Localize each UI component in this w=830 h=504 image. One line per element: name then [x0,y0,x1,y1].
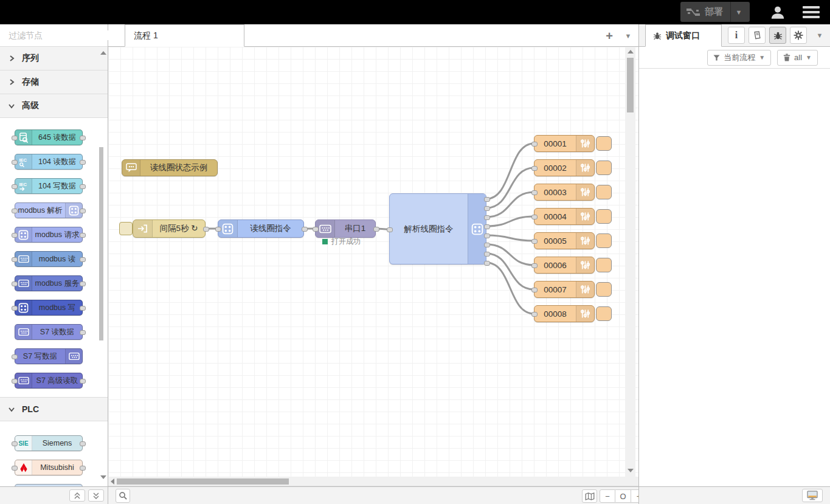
flow-list-caret-icon[interactable]: ▼ [621,27,635,44]
modbus-grid-icon [468,194,486,264]
serial-input-port[interactable] [313,227,319,232]
deploy-caret-icon[interactable]: ▼ [731,9,747,16]
parser-output-port[interactable] [484,197,490,202]
palette-node-s7-read[interactable]: S7 读数据 [15,324,83,340]
parser-output-port[interactable] [484,252,490,257]
debug-input-port[interactable] [531,215,538,219]
parser-output-port[interactable] [484,261,490,266]
flow-tab[interactable]: 流程 1 [125,24,244,47]
palette-node-modbus-write[interactable]: modbus 写 [15,300,83,316]
canvas-vscroll-thumb[interactable] [627,58,634,112]
zoom-out-button[interactable]: − [600,489,615,503]
debug-clear-button[interactable]: all ▼ [777,50,818,66]
inject-output-port[interactable] [203,227,209,232]
scroll-up-icon[interactable] [628,50,634,54]
palette-node-s7-advanced-read[interactable]: S7 高级读取 [15,373,83,388]
parser-node[interactable]: 解析线圈指令 [389,193,486,264]
scroll-down-icon[interactable] [628,469,634,472]
expand-all-button[interactable] [88,489,104,502]
debug-input-port[interactable] [531,239,538,244]
debug-messages-area[interactable] [639,69,830,469]
debug-toggle-button[interactable] [596,233,612,248]
debug-toggle-button[interactable] [596,185,612,199]
category-sequence[interactable]: 序列 [0,47,108,71]
parser-output-port[interactable] [484,243,490,247]
palette-node-104-write[interactable]: IEC 104 写数据 [15,178,83,194]
collapse-all-button[interactable] [69,489,85,502]
help-tab-button[interactable] [749,27,766,44]
debug-node[interactable]: 00001 [534,135,595,152]
debug-node[interactable]: 00007 [534,281,595,298]
command-node[interactable]: 读线圈指令 [218,219,304,238]
palette-node-modbus-parse[interactable]: modbus 解析 [15,202,83,218]
config-tab-button[interactable] [790,27,807,44]
debug-input-port[interactable] [531,142,538,147]
debug-tab-button[interactable] [769,27,786,44]
serial-output-port[interactable] [373,227,379,232]
debug-node[interactable]: 00005 [534,232,595,249]
scroll-left-icon[interactable] [111,478,114,485]
zoom-reset-button[interactable]: O [615,489,631,503]
palette-node-mitsubishi[interactable]: Mitsubishi [15,460,83,475]
debug-window-tab[interactable]: 调试窗口 [645,24,722,47]
palette-node-104-read[interactable]: IEC 104 读数据 [15,154,83,170]
palette-search-input[interactable] [9,30,119,40]
comment-node[interactable]: 读线圈状态示例 [122,159,218,176]
palette-node-modbus-server[interactable]: modbus 服务 [15,275,83,291]
debug-toggle-button[interactable] [596,209,612,224]
debug-toggle-button[interactable] [596,258,612,272]
debug-toggle-button[interactable] [596,282,612,297]
palette-node-siemens[interactable]: SIE Siemens [15,435,83,451]
debug-input-port[interactable] [531,190,538,195]
canvas-vertical-scrollbar[interactable] [625,47,635,477]
debug-node[interactable]: 00006 [534,257,595,274]
inject-button[interactable] [119,222,133,235]
parser-output-port[interactable] [484,233,490,238]
debug-toggle-button[interactable] [596,306,612,321]
add-flow-button[interactable]: + [601,27,618,44]
canvas-hscroll-thumb[interactable] [117,478,289,485]
inject-node[interactable]: 间隔5秒 ↻ [133,219,206,238]
user-button[interactable] [767,2,788,22]
palette-scroll-up-icon[interactable] [100,51,106,55]
parser-output-port[interactable] [484,224,490,229]
command-input-port[interactable] [215,227,221,232]
palette-node-modbus-read[interactable]: modbus 读 [15,251,83,267]
open-console-button[interactable] [802,489,823,502]
category-plc[interactable]: PLC [0,398,108,421]
parser-output-port[interactable] [484,206,490,211]
deploy-button[interactable]: 部署 ▼ [680,2,750,22]
debug-node[interactable]: 00002 [534,159,595,176]
map-icon [585,492,595,501]
debug-node[interactable]: 00008 [534,305,595,322]
category-advanced[interactable]: 高级 [0,94,108,118]
debug-node[interactable]: 00003 [534,184,595,201]
parser-input-port[interactable] [387,227,393,232]
navigator-button[interactable] [582,489,597,503]
debug-input-port[interactable] [531,263,538,268]
category-storage[interactable]: 存储 [0,71,108,94]
palette-scrollbar-thumb[interactable] [99,147,103,340]
canvas-horizontal-scrollbar[interactable] [108,477,638,486]
debug-node[interactable]: 00004 [534,208,595,225]
palette-node-modbus-request[interactable]: modbus 请求 [15,227,83,243]
debug-input-port[interactable] [531,288,538,292]
palette-scroll-down-icon[interactable] [100,475,106,479]
main-menu-button[interactable] [803,5,822,19]
chevron-down-icon [9,103,15,109]
debug-toggle-button[interactable] [596,161,612,175]
palette-node-645-read[interactable]: 645 读数据 [15,129,83,145]
parser-output-port[interactable] [484,215,490,220]
sidebar-tabs-caret-icon[interactable]: ▼ [813,27,826,44]
palette-node-s7-write[interactable]: S7 写数据 [15,348,83,364]
port [12,257,18,262]
debug-input-port[interactable] [531,166,538,171]
canvas-search-button[interactable] [116,489,130,503]
command-output-port[interactable] [302,227,308,232]
debug-input-port[interactable] [531,312,538,317]
flow-canvas[interactable]: 读线圈状态示例 间隔5秒 ↻ 读线圈指令 串口1 打开成功 [108,47,638,477]
serial-node[interactable]: 串口1 [315,219,376,238]
debug-filter-button[interactable]: 当前流程 ▼ [707,50,771,66]
info-tab-button[interactable]: i [728,27,745,44]
debug-toggle-button[interactable] [596,136,612,151]
